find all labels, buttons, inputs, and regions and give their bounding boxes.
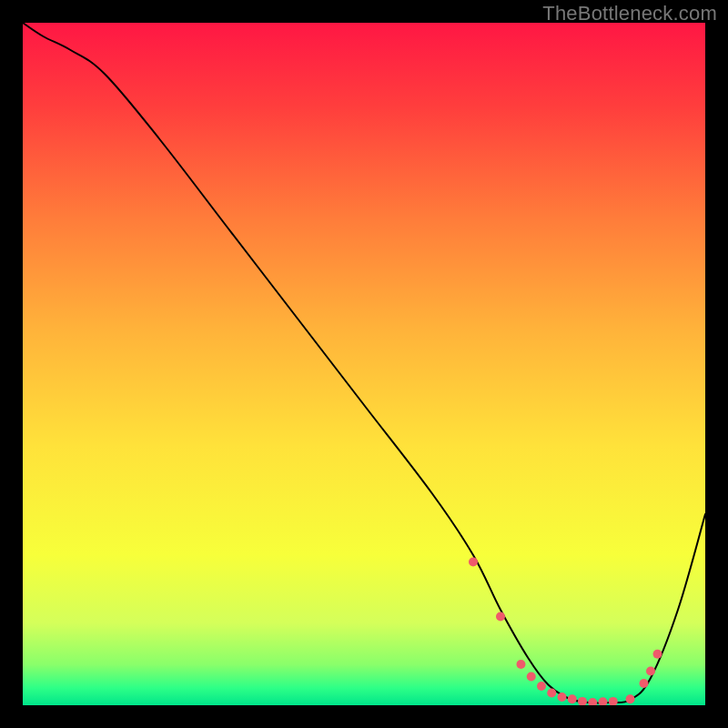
data-marker xyxy=(527,672,536,682)
data-marker xyxy=(517,660,526,669)
chart-svg xyxy=(23,23,705,705)
data-marker xyxy=(626,694,635,703)
data-marker xyxy=(496,612,505,622)
chart-background xyxy=(23,23,705,705)
data-marker xyxy=(640,679,649,688)
data-marker xyxy=(469,558,478,567)
data-marker xyxy=(646,667,655,676)
data-marker xyxy=(547,689,556,698)
plot-area xyxy=(23,23,705,705)
data-marker xyxy=(568,694,577,703)
chart-container: TheBottleneck.com xyxy=(0,0,728,728)
data-marker xyxy=(558,693,567,702)
data-marker xyxy=(653,650,662,659)
data-marker xyxy=(537,682,546,691)
